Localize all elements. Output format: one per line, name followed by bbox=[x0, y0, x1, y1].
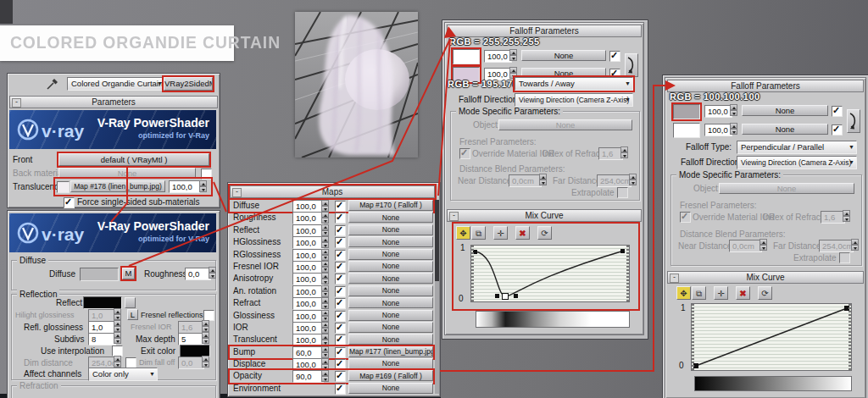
map-enable-checkbox[interactable] bbox=[335, 201, 346, 212]
map-amount-spinner[interactable] bbox=[321, 212, 329, 223]
map-button[interactable]: None bbox=[348, 310, 433, 321]
translucency-amount-field[interactable]: 100,0 bbox=[169, 180, 200, 193]
map-amount-spinner[interactable] bbox=[321, 285, 329, 296]
falloff-map1-checkbox[interactable] bbox=[832, 106, 843, 117]
roughness-spinner[interactable] bbox=[209, 267, 216, 279]
map-button[interactable]: None bbox=[348, 249, 433, 260]
lock-highlight-button[interactable]: L bbox=[127, 309, 138, 320]
rollout-maps[interactable]: - Maps bbox=[230, 185, 435, 198]
falloff-map1-checkbox[interactable] bbox=[609, 51, 620, 62]
falloff-map1-button[interactable]: None bbox=[521, 50, 606, 61]
rollout-falloff-parameters[interactable]: Falloff Parameters bbox=[447, 25, 642, 37]
falloff-amount1-field[interactable]: 100,0 bbox=[704, 105, 732, 118]
falloff-direction-dropdown[interactable]: Viewing Direction (Camera Z-Axis) ▼ bbox=[515, 93, 633, 107]
falloff-color1-swatch[interactable] bbox=[673, 104, 700, 119]
near-distance-field[interactable]: 0,0cm bbox=[509, 174, 542, 187]
map-enable-checkbox[interactable] bbox=[335, 262, 346, 273]
diffuse-map-button[interactable]: M bbox=[122, 268, 135, 279]
affect-channels-dropdown[interactable]: Color only ▼ bbox=[88, 368, 158, 381]
map-enable-checkbox[interactable] bbox=[335, 250, 346, 261]
translucency-spinner[interactable] bbox=[199, 180, 207, 193]
map-amount-spinner[interactable] bbox=[321, 346, 329, 357]
map-amount-field[interactable]: 100,0 bbox=[292, 334, 324, 346]
falloff-amount2-spinner[interactable] bbox=[730, 123, 737, 135]
map-enable-checkbox[interactable] bbox=[335, 371, 346, 382]
map-button[interactable]: None bbox=[348, 334, 433, 345]
map-button[interactable]: Map #170 ( Falloff ) bbox=[348, 200, 433, 211]
mix-curve-graph[interactable] bbox=[470, 245, 630, 302]
map-button[interactable]: None bbox=[348, 273, 433, 284]
max-depth-field[interactable]: 5 bbox=[178, 333, 204, 345]
map-amount-spinner[interactable] bbox=[321, 322, 329, 333]
map-button[interactable]: None bbox=[348, 383, 433, 394]
falloff-amount2-field[interactable]: 100,0 bbox=[704, 124, 732, 136]
map-button[interactable]: None bbox=[348, 224, 433, 235]
rollout-falloff-parameters[interactable]: Falloff Parameters bbox=[667, 80, 864, 92]
collapse-icon[interactable]: - bbox=[232, 188, 242, 197]
near-distance-spinner[interactable] bbox=[539, 174, 547, 186]
move-point-tool[interactable]: ✥ bbox=[456, 226, 470, 240]
map-enable-checkbox[interactable] bbox=[335, 274, 346, 285]
falloff-color2-swatch[interactable] bbox=[673, 123, 700, 138]
add-point-tool[interactable]: ✛ bbox=[714, 286, 728, 300]
map-amount-field[interactable]: 100,0 bbox=[292, 224, 324, 237]
collapse-icon[interactable]: - bbox=[670, 274, 679, 283]
map-enable-checkbox[interactable] bbox=[335, 286, 346, 297]
refl-glossiness-spinner[interactable] bbox=[114, 320, 121, 333]
far-distance-field[interactable]: 254,0cm bbox=[597, 174, 632, 187]
eyedropper-icon[interactable] bbox=[47, 78, 58, 90]
map-amount-field[interactable]: 100,0 bbox=[292, 297, 324, 310]
map-button[interactable]: None bbox=[348, 261, 433, 272]
rollout-parameters[interactable]: - Parameters bbox=[9, 96, 218, 108]
map-button[interactable]: None bbox=[348, 297, 433, 308]
translucency-map-button[interactable]: Map #178 (linen_bump.jpg) bbox=[70, 180, 165, 192]
map-amount-spinner[interactable] bbox=[321, 297, 329, 308]
map-enable-checkbox[interactable] bbox=[335, 213, 346, 224]
object-button[interactable]: None bbox=[719, 183, 854, 194]
reflect-color-swatch[interactable] bbox=[83, 296, 122, 309]
map-amount-field[interactable]: 100,0 bbox=[292, 273, 324, 285]
map-enable-checkbox[interactable] bbox=[335, 384, 346, 395]
map-amount-field[interactable]: 90,0 bbox=[292, 370, 324, 383]
swap-colors-button[interactable] bbox=[847, 109, 860, 133]
near-distance-field[interactable]: 0,0cm bbox=[729, 240, 762, 252]
far-distance-field[interactable]: 254,0cm bbox=[819, 240, 854, 252]
reset-curves-tool[interactable]: ⟳ bbox=[537, 226, 552, 240]
map-amount-field[interactable]: 100,0 bbox=[292, 322, 324, 334]
map-enable-checkbox[interactable] bbox=[335, 225, 346, 236]
ior-spinner[interactable] bbox=[620, 146, 628, 159]
front-material-button[interactable]: default ( VRayMtl ) bbox=[58, 153, 209, 166]
map-enable-checkbox[interactable] bbox=[335, 298, 346, 309]
delete-point-tool[interactable]: ✖ bbox=[736, 286, 750, 300]
dim-fall-off-spinner[interactable] bbox=[202, 356, 209, 368]
map-amount-spinner[interactable] bbox=[321, 370, 329, 381]
falloff-color1-swatch[interactable] bbox=[453, 49, 480, 64]
dim-distance-spinner[interactable] bbox=[114, 356, 121, 368]
map-button[interactable]: None bbox=[348, 322, 433, 333]
falloff-amount1-spinner[interactable] bbox=[509, 49, 517, 62]
map-button[interactable]: None bbox=[348, 236, 433, 247]
map-amount-field[interactable]: 100,0 bbox=[292, 261, 324, 274]
rollout-mix-curve[interactable]: - Mix Curve bbox=[447, 209, 642, 222]
override-ior-checkbox[interactable] bbox=[680, 212, 691, 223]
dim-fall-off-field[interactable]: 0,0 bbox=[178, 357, 204, 369]
force-single-sided-checkbox[interactable] bbox=[64, 197, 75, 208]
falloff-map1-button[interactable]: None bbox=[742, 105, 828, 116]
hilight-glossiness-field[interactable]: 1,0 bbox=[88, 309, 116, 322]
reset-curves-tool[interactable]: ⟳ bbox=[758, 286, 772, 300]
rollout-mix-curve[interactable]: - Mix Curve bbox=[667, 271, 864, 284]
back-material-button[interactable]: None bbox=[58, 168, 196, 179]
map-amount-spinner[interactable] bbox=[321, 249, 329, 260]
subdivs-field[interactable]: 8 bbox=[88, 333, 116, 345]
scale-point-tool[interactable]: ⧉ bbox=[471, 226, 486, 240]
ior-field[interactable]: 1,6 bbox=[598, 147, 623, 160]
collapse-icon[interactable]: - bbox=[12, 98, 21, 108]
material-name-dropdown[interactable]: Colored Organdie Curtain ▼ bbox=[67, 77, 165, 91]
map-button[interactable]: Map #177 (linen_bump.jpg) bbox=[348, 346, 433, 357]
falloff-amount1-spinner[interactable] bbox=[730, 104, 737, 117]
far-distance-spinner[interactable] bbox=[851, 239, 859, 252]
move-point-tool[interactable]: ✥ bbox=[676, 286, 691, 300]
delete-point-tool[interactable]: ✖ bbox=[515, 226, 530, 240]
map-amount-spinner[interactable] bbox=[321, 334, 329, 345]
reflect-map-mini-button[interactable] bbox=[125, 297, 136, 308]
